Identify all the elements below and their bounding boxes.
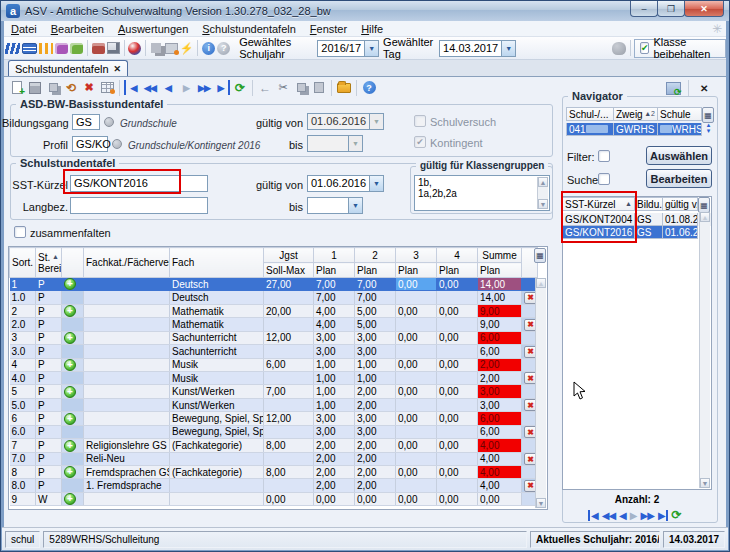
kontingent-checkbox[interactable]: ✔ <box>414 136 426 148</box>
cell-summe[interactable]: 9,00 <box>478 318 522 332</box>
schulversuch-checkbox[interactable] <box>414 115 426 127</box>
auswaehlen-button[interactable]: Auswählen <box>646 146 712 165</box>
cell-fachkat[interactable] <box>84 318 170 332</box>
info-icon[interactable]: i <box>202 40 215 56</box>
sst-scrollbar[interactable]: ▲ ▼ <box>699 212 710 488</box>
col-header-sst-kuerzel[interactable]: SST-Kürzel▲ <box>563 197 635 211</box>
cell-summe[interactable]: 4,00 <box>478 466 522 479</box>
cell-p3[interactable]: 0,00 <box>396 412 437 425</box>
tab-schulstundentafeln[interactable]: Schulstundentafeln ✕ <box>8 60 128 76</box>
maximize-button[interactable]: ❐ <box>657 1 685 17</box>
cell-p2[interactable]: 2,00 <box>355 452 396 466</box>
cell-p2[interactable]: 3,00 <box>355 425 396 439</box>
chevron-down-icon[interactable]: ▼ <box>502 40 516 57</box>
cell-summe[interactable]: 6,00 <box>478 331 522 344</box>
col-header-bereich[interactable]: St.▲ Bereich <box>36 248 62 278</box>
nav-fast-next-button[interactable]: ▶▶ <box>641 510 654 521</box>
cell-p2[interactable]: 1,00 <box>355 358 396 371</box>
scroll-up-icon[interactable]: ▲ <box>700 212 710 222</box>
cell-plus[interactable] <box>62 398 84 412</box>
cubes-icon[interactable] <box>150 40 163 56</box>
cell-fach[interactable]: (Fachkategorie) <box>170 466 264 479</box>
add-subject-icon[interactable]: + <box>64 440 76 452</box>
cell-sort[interactable]: 8 <box>10 466 36 479</box>
cell-fach[interactable]: Deutsch <box>170 291 264 305</box>
col-header-plan[interactable]: Plan <box>478 263 522 278</box>
cell-bereich[interactable]: P <box>36 331 62 344</box>
col-header-3[interactable]: 3 <box>396 248 437 263</box>
langbez-field[interactable] <box>70 197 208 214</box>
cell-fach[interactable]: Bewegung, Spiel, Sport <box>170 425 264 439</box>
cell-fach[interactable]: Musik <box>170 371 264 385</box>
cell-plus[interactable] <box>62 371 84 385</box>
profil-field[interactable]: GS/KO <box>72 136 108 152</box>
cell-plus[interactable] <box>62 318 84 332</box>
chevron-down-icon[interactable]: ▼ <box>370 175 384 192</box>
column-config-button[interactable]: ▦ <box>698 197 710 213</box>
cell-bereich[interactable]: P <box>36 479 62 493</box>
chat-green-module-icon[interactable] <box>70 40 83 56</box>
cell-p4[interactable]: 0,00 <box>437 492 478 505</box>
save-button[interactable] <box>27 80 43 95</box>
col-header-gueltig[interactable]: gültig v... <box>663 197 698 211</box>
stundentafel-row[interactable]: 5P+Kunst/Werken7,001,002,000,000,003,00 <box>10 385 538 398</box>
cell-summe[interactable]: 14,00 <box>478 278 522 291</box>
school-spinner[interactable]: ▴▾ <box>703 122 714 134</box>
chevron-down-icon[interactable]: ▼ <box>349 197 363 214</box>
scroll-up-icon[interactable]: ▲ <box>536 278 546 288</box>
cell-p2[interactable]: 5,00 <box>355 304 396 317</box>
cell-plus[interactable] <box>62 425 84 439</box>
cell-bereich[interactable]: P <box>36 412 62 425</box>
cell-p2[interactable]: 2,00 <box>355 439 396 452</box>
stundentafel-row[interactable]: 7P+Religionslehre GS(Fachkategorie)8,002… <box>10 439 538 452</box>
basis-bis-combobox[interactable]: ▼ <box>307 135 363 152</box>
scroll-down-icon[interactable]: ▼ <box>700 478 710 488</box>
cell-plus[interactable]: + <box>62 358 84 371</box>
cell-summe[interactable]: 3,00 <box>478 385 522 398</box>
bearbeiten-button[interactable]: Bearbeiten <box>646 169 712 188</box>
paste-button[interactable] <box>311 80 327 95</box>
cell-sort[interactable]: 4 <box>10 358 36 371</box>
cell-p3[interactable] <box>396 425 437 439</box>
nav-last-button[interactable]: ▶ <box>214 80 230 95</box>
cell-bereich[interactable]: P <box>36 345 62 359</box>
cell-p2[interactable]: 3,00 <box>355 412 396 425</box>
globe-icon[interactable] <box>128 40 141 56</box>
sst-row-selected[interactable]: GS/KONT2016 GS 01.06.20... <box>563 226 711 239</box>
tag-combobox[interactable]: 14.03.2017 ▼ <box>439 40 516 57</box>
stundentafel-row[interactable]: 1.0PDeutsch7,007,0014,00✖ <box>10 291 538 305</box>
cell-p4[interactable] <box>437 318 478 332</box>
col-header-jgst[interactable]: Jgst <box>264 248 314 263</box>
cell-p1[interactable]: 1,00 <box>314 358 355 371</box>
stundentafel-row[interactable]: 2.0PMathematik4,005,009,00✖ <box>10 318 538 332</box>
cell-p3[interactable] <box>396 398 437 412</box>
add-subject-icon[interactable]: + <box>64 305 76 317</box>
cell-p4[interactable] <box>437 425 478 439</box>
cell-fach[interactable]: Mathematik <box>170 304 264 317</box>
cell-soll[interactable]: 27,00 <box>264 278 314 291</box>
sst-row[interactable]: GS/KONT2004 GS 01.08.20... <box>563 213 711 226</box>
cell-fachkat[interactable] <box>84 331 170 344</box>
tafel-gueltig-von-combobox[interactable]: 01.06.2016 ▼ <box>307 175 384 192</box>
cell-fach[interactable]: Bewegung, Spiel, Sport <box>170 412 264 425</box>
cell-fachkat[interactable] <box>84 345 170 359</box>
cell-fach[interactable]: Mathematik <box>170 318 264 332</box>
cell-fach[interactable] <box>170 492 264 505</box>
cell-p3[interactable] <box>396 452 437 466</box>
tab-close-icon[interactable]: ✕ <box>114 64 122 74</box>
cell-summe[interactable]: 6,00 <box>478 412 522 425</box>
cell-p4[interactable]: 0,00 <box>437 412 478 425</box>
nav-first-button[interactable]: ◀ <box>124 80 140 95</box>
cell-p3[interactable] <box>396 318 437 332</box>
cell-p3[interactable]: 0,00 <box>396 385 437 398</box>
cell-fachkat[interactable] <box>84 385 170 398</box>
stundentafel-row[interactable]: 3.0PSachunterricht3,003,006,00✖ <box>10 345 538 359</box>
stundentafel-row[interactable]: 7.0PReli-Neu2,002,004,00✖ <box>10 452 538 466</box>
cell-summe[interactable]: 4,00 <box>478 439 522 452</box>
new-record-button[interactable]: + <box>9 80 25 95</box>
cell-bereich[interactable]: P <box>36 358 62 371</box>
cell-p2[interactable]: 3,00 <box>355 345 396 359</box>
col-header-plan[interactable]: Plan <box>437 263 478 278</box>
cell-p1[interactable]: 3,00 <box>314 425 355 439</box>
cell-p3[interactable] <box>396 371 437 385</box>
